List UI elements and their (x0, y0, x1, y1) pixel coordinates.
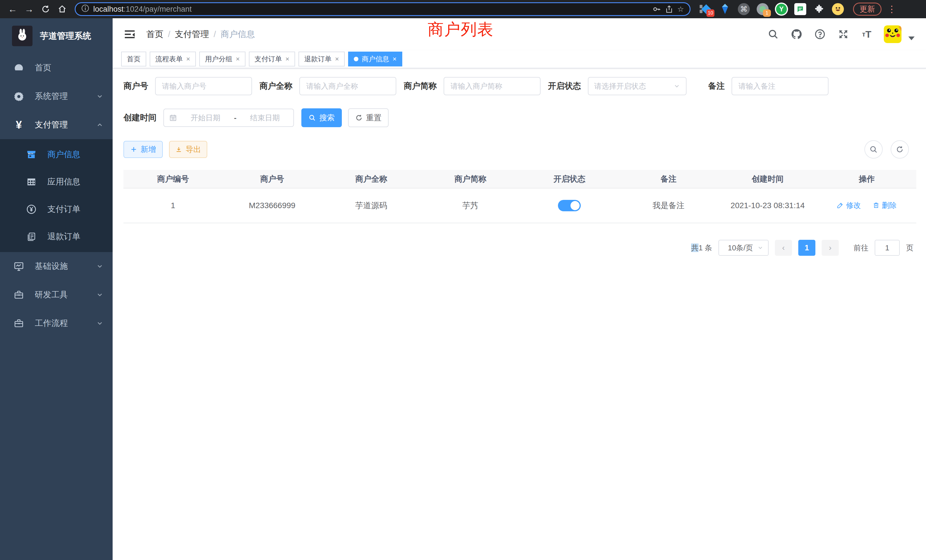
font-size-icon[interactable]: тT (861, 28, 873, 41)
tab-refund-orders[interactable]: 退款订单 × (298, 51, 345, 67)
remark-input[interactable] (732, 77, 829, 95)
extensions-puzzle-icon[interactable] (813, 3, 826, 16)
toolbox-icon (12, 290, 25, 300)
browser-forward-icon[interactable]: → (22, 2, 36, 17)
sidebar-item-system[interactable]: 系统管理 (0, 82, 113, 110)
hide-search-button[interactable] (864, 140, 883, 159)
browser-menu-icon[interactable]: ⋮ (887, 4, 896, 15)
site-info-icon[interactable] (81, 4, 89, 14)
app-logo[interactable]: 芋道管理系统 (0, 18, 113, 54)
status-toggle[interactable] (558, 200, 581, 211)
fullscreen-icon[interactable] (837, 28, 850, 41)
merchant-table: 商户编号 商户号 商户全称 商户简称 开启状态 备注 创建时间 操作 1 M23… (123, 170, 916, 223)
share-icon[interactable] (665, 5, 673, 14)
tab-home[interactable]: 首页 (121, 51, 146, 67)
sidebar-item-app-info[interactable]: 应用信息 (0, 168, 113, 195)
table-toolbar: 新增 导出 (123, 140, 916, 159)
address-bar[interactable]: localhost:1024/pay/merchant ☆ (75, 2, 690, 16)
add-button[interactable]: 新增 (123, 141, 163, 158)
sidebar-item-pay-orders[interactable]: 支付订单 (0, 195, 113, 223)
close-icon[interactable]: × (393, 55, 396, 63)
merchant-no-label: 商户号 (123, 80, 148, 92)
extension-command-icon[interactable]: ⌘ (737, 3, 750, 16)
search-icon (309, 114, 316, 121)
chevron-down-icon (96, 319, 103, 327)
profile-emoji-icon[interactable] (831, 3, 844, 16)
current-page-button[interactable]: 1 (798, 240, 816, 256)
merchant-no-input[interactable] (155, 77, 252, 95)
documents-icon (25, 232, 38, 242)
bookmark-star-icon[interactable]: ☆ (677, 5, 684, 14)
yen-circle-icon (25, 204, 38, 215)
dashboard-icon (12, 62, 25, 73)
cell-actions: 修改 删除 (817, 188, 916, 223)
sidebar-item-dev-tools[interactable]: 研发工具 (0, 281, 113, 309)
end-date-placeholder[interactable]: 结束日期 (242, 113, 288, 123)
help-icon[interactable] (814, 28, 826, 41)
url-text[interactable]: localhost:1024/pay/merchant (93, 5, 648, 14)
full-name-input[interactable] (300, 77, 396, 95)
cell-merchant-no: M233666999 (222, 188, 322, 223)
sidebar-item-merchant-info[interactable]: 商户信息 (0, 141, 113, 168)
short-name-input[interactable] (443, 77, 540, 95)
refresh-icon (896, 145, 904, 154)
edit-button[interactable]: 修改 (837, 200, 861, 210)
col-full-name: 商户全称 (322, 170, 421, 188)
refresh-table-button[interactable] (891, 140, 909, 159)
sidebar: 芋道管理系统 首页 系统管理 ¥ 支付管理 商户信息 (0, 18, 113, 560)
navbar-actions: тT (767, 26, 915, 43)
avatar-dropdown-caret-icon[interactable] (908, 36, 915, 40)
sidebar-item-workflow[interactable]: 工作流程 (0, 309, 113, 338)
export-button[interactable]: 导出 (169, 141, 207, 158)
sidebar-item-payment[interactable]: ¥ 支付管理 (0, 110, 113, 139)
sidebar-item-infrastructure[interactable]: 基础设施 (0, 252, 113, 281)
breadcrumb-home[interactable]: 首页 (146, 29, 163, 40)
tab-pay-orders[interactable]: 支付订单 × (249, 51, 295, 67)
close-icon[interactable]: × (186, 55, 190, 63)
remark-label: 备注 (708, 80, 725, 92)
github-icon[interactable] (790, 28, 803, 41)
tab-user-group[interactable]: 用户分组 × (199, 51, 245, 67)
chevron-down-icon (96, 291, 103, 298)
tab-process-form[interactable]: 流程表单 × (150, 51, 196, 67)
start-date-placeholder[interactable]: 开始日期 (182, 113, 229, 123)
close-icon[interactable]: × (285, 55, 289, 63)
status-label: 开启状态 (548, 80, 581, 92)
user-avatar[interactable] (884, 26, 902, 43)
status-select[interactable]: 请选择开启状态 (588, 77, 687, 95)
delete-button[interactable]: 删除 (873, 200, 897, 210)
extension-gem-icon[interactable] (719, 3, 732, 16)
page-content: 商户号 商户全称 商户简称 开启状态 请选择开启状态 (113, 68, 926, 560)
collapse-sidebar-icon[interactable] (123, 27, 136, 41)
prev-page-button[interactable]: ‹ (775, 240, 792, 256)
browser-update-button[interactable]: 更新 (853, 3, 882, 16)
extension-tabs-icon[interactable]: 10 (700, 3, 713, 16)
shop-icon (25, 149, 38, 160)
tab-merchant-info[interactable]: 商户信息 × (348, 51, 402, 67)
next-page-button[interactable]: › (822, 240, 839, 256)
table-header-row: 商户编号 商户号 商户全称 商户简称 开启状态 备注 创建时间 操作 (123, 170, 916, 188)
red-annotation-label: 商户列表 (428, 19, 494, 41)
sidebar-item-home[interactable]: 首页 (0, 54, 113, 82)
table-row: 1 M233666999 芋道源码 芋艿 我是备注 2021-10-23 08:… (123, 188, 916, 223)
extension-y-icon[interactable]: Y (775, 3, 788, 16)
create-time-range-picker[interactable]: 开始日期 - 结束日期 (163, 109, 294, 127)
close-icon[interactable]: × (335, 55, 339, 63)
calendar-icon (169, 114, 177, 122)
sidebar-item-refund-orders[interactable]: 退款订单 (0, 223, 113, 250)
extension-recorder-icon[interactable]: 1 (756, 3, 769, 16)
close-icon[interactable]: × (236, 55, 240, 63)
browser-reload-icon[interactable] (38, 2, 53, 17)
password-key-icon[interactable] (652, 5, 661, 14)
extension-chat-icon[interactable] (794, 3, 807, 16)
col-create-time: 创建时间 (718, 170, 817, 188)
breadcrumb-payment[interactable]: 支付管理 (175, 29, 209, 40)
browser-home-icon[interactable] (55, 2, 70, 17)
plus-icon (130, 146, 137, 153)
search-button[interactable]: 搜索 (301, 108, 342, 127)
header-search-icon[interactable] (767, 28, 779, 41)
browser-back-icon[interactable]: ← (5, 2, 20, 17)
reset-button[interactable]: 重置 (348, 108, 389, 127)
goto-page-input[interactable] (875, 240, 900, 256)
page-size-select[interactable]: 10条/页 (719, 240, 769, 256)
